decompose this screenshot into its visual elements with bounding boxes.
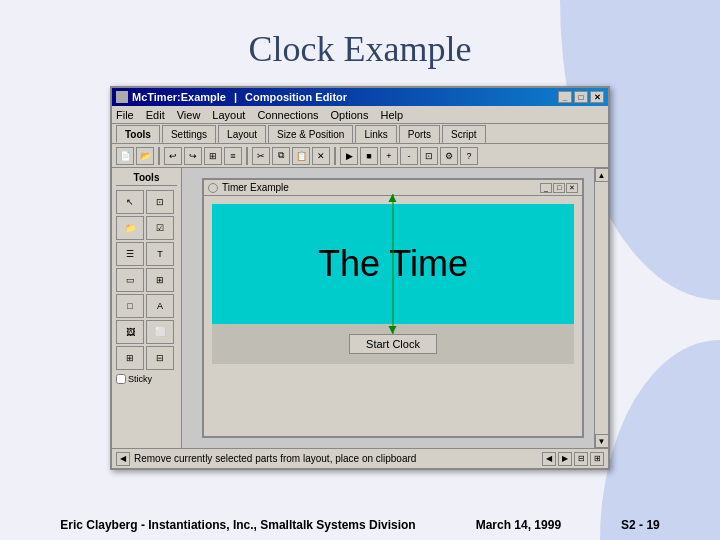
tab-size-position[interactable]: Size & Position (268, 125, 353, 143)
status-right-btns: ◀ ▶ ⊟ ⊞ (542, 452, 604, 466)
menu-bar: File Edit View Layout Connections Option… (112, 106, 608, 124)
tool-row-2: 📁 ☑ (116, 216, 177, 240)
tools-label: Tools (116, 172, 177, 186)
toolbar-run-btn[interactable]: ▶ (340, 147, 358, 165)
tool-extra[interactable]: ⊟ (146, 346, 174, 370)
toolbar-delete-btn[interactable]: ✕ (312, 147, 330, 165)
page-title: Clock Example (0, 0, 720, 86)
inner-window: Timer Example _ □ ✕ The Time Start Clock (202, 178, 584, 438)
tool-box[interactable]: □ (116, 294, 144, 318)
tool-frame[interactable]: ⊞ (146, 268, 174, 292)
toolbar-stop-btn[interactable]: ■ (360, 147, 378, 165)
tool-btn2[interactable]: ⬜ (146, 320, 174, 344)
tab-layout[interactable]: Layout (218, 125, 266, 143)
toolbar-undo-btn[interactable]: ↩ (164, 147, 182, 165)
scroll-down-btn[interactable]: ▼ (595, 434, 609, 448)
titlebar-buttons: _ □ ✕ (558, 91, 604, 103)
tab-ports[interactable]: Ports (399, 125, 440, 143)
minimize-button[interactable]: _ (558, 91, 572, 103)
inner-radio-icon (208, 183, 218, 193)
right-scrollbar: ▲ ▼ (594, 168, 608, 448)
tool-list[interactable]: ☰ (116, 242, 144, 266)
tool-text[interactable]: T (146, 242, 174, 266)
tool-select[interactable]: ⊡ (146, 190, 174, 214)
close-button[interactable]: ✕ (590, 91, 604, 103)
titlebar-app-icon (116, 91, 128, 103)
status-btn-a[interactable]: ⊟ (574, 452, 588, 466)
toolbar-help-btn[interactable]: ? (460, 147, 478, 165)
maximize-button[interactable]: □ (574, 91, 588, 103)
canvas-area: Timer Example _ □ ✕ The Time Start Clock (182, 168, 594, 448)
tool-row-6: 🖼 ⬜ (116, 320, 177, 344)
menu-file[interactable]: File (116, 109, 134, 121)
tool-row-5: □ A (116, 294, 177, 318)
menu-edit[interactable]: Edit (146, 109, 165, 121)
toolbar-grid-btn[interactable]: ⊞ (204, 147, 222, 165)
titlebar-left-label: McTimer:Example (132, 91, 226, 103)
toolbar-redo-btn[interactable]: ↪ (184, 147, 202, 165)
footer-left: Eric Clayberg - Instantiations, Inc., Sm… (60, 518, 415, 532)
tool-folder[interactable]: 📁 (116, 216, 144, 240)
tool-arrow[interactable]: ↖ (116, 190, 144, 214)
menu-view[interactable]: View (177, 109, 201, 121)
toolbar-copy-btn[interactable]: ⧉ (272, 147, 290, 165)
toolbar-new-btn[interactable]: 📄 (116, 147, 134, 165)
titlebar-right-label: Composition Editor (245, 91, 347, 103)
sticky-label: Sticky (128, 374, 152, 384)
scroll-up-btn[interactable]: ▲ (595, 168, 609, 182)
vertical-line (393, 194, 394, 334)
bg-curve-bottom (600, 340, 720, 540)
main-titlebar: McTimer:Example | Composition Editor _ □… (112, 88, 608, 106)
inner-close-btn[interactable]: ✕ (566, 183, 578, 193)
sticky-checkbox[interactable] (116, 374, 126, 384)
toolbar-sep-1 (158, 147, 160, 165)
left-sidebar: Tools ↖ ⊡ 📁 ☑ ☰ T ▭ ⊞ □ A 🖼 (112, 168, 182, 448)
toolbar-tabs: Tools Settings Layout Size & Position Li… (112, 124, 608, 144)
status-text: Remove currently selected parts from lay… (134, 453, 538, 464)
toolbar-zoom-fit-btn[interactable]: ⊡ (420, 147, 438, 165)
tab-settings[interactable]: Settings (162, 125, 216, 143)
titlebar-separator: | (234, 91, 237, 103)
tab-script[interactable]: Script (442, 125, 486, 143)
menu-layout[interactable]: Layout (212, 109, 245, 121)
tool-row-3: ☰ T (116, 242, 177, 266)
status-bar: ◀ Remove currently selected parts from l… (112, 448, 608, 468)
status-scroll-right[interactable]: ▶ (558, 452, 572, 466)
inner-titlebar-btns: _ □ ✕ (540, 183, 578, 193)
icon-toolbar: 📄 📂 ↩ ↪ ⊞ ≡ ✂ ⧉ 📋 ✕ ▶ ■ + - ⊡ ⚙ ? (112, 144, 608, 168)
status-scroll-left[interactable]: ◀ (542, 452, 556, 466)
footer: Eric Clayberg - Instantiations, Inc., Sm… (0, 518, 720, 532)
toolbar-align-btn[interactable]: ≡ (224, 147, 242, 165)
tool-row-1: ↖ ⊡ (116, 190, 177, 214)
tool-row-4: ▭ ⊞ (116, 268, 177, 292)
tool-row-7: ⊞ ⊟ (116, 346, 177, 370)
tool-img[interactable]: 🖼 (116, 320, 144, 344)
status-btn-b[interactable]: ⊞ (590, 452, 604, 466)
menu-options[interactable]: Options (331, 109, 369, 121)
footer-right: S2 - 19 (621, 518, 660, 532)
toolbar-zoom-in-btn[interactable]: + (380, 147, 398, 165)
tool-label[interactable]: A (146, 294, 174, 318)
tool-table[interactable]: ⊞ (116, 346, 144, 370)
tab-links[interactable]: Links (355, 125, 396, 143)
main-window: McTimer:Example | Composition Editor _ □… (110, 86, 610, 470)
inner-maximize-btn[interactable]: □ (553, 183, 565, 193)
tool-rect[interactable]: ▭ (116, 268, 144, 292)
menu-help[interactable]: Help (380, 109, 403, 121)
toolbar-open-btn[interactable]: 📂 (136, 147, 154, 165)
status-left-btn[interactable]: ◀ (116, 452, 130, 466)
toolbar-props-btn[interactable]: ⚙ (440, 147, 458, 165)
tab-tools[interactable]: Tools (116, 125, 160, 143)
toolbar-cut-btn[interactable]: ✂ (252, 147, 270, 165)
toolbar-sep-3 (334, 147, 336, 165)
time-display: The Time (212, 204, 574, 324)
toolbar-zoom-out-btn[interactable]: - (400, 147, 418, 165)
content-area: Tools ↖ ⊡ 📁 ☑ ☰ T ▭ ⊞ □ A 🖼 (112, 168, 608, 448)
titlebar-left: McTimer:Example | Composition Editor (116, 91, 347, 103)
start-clock-button[interactable]: Start Clock (349, 334, 437, 354)
toolbar-paste-btn[interactable]: 📋 (292, 147, 310, 165)
tool-check[interactable]: ☑ (146, 216, 174, 240)
inner-window-title: Timer Example (222, 182, 289, 193)
menu-connections[interactable]: Connections (257, 109, 318, 121)
inner-minimize-btn[interactable]: _ (540, 183, 552, 193)
